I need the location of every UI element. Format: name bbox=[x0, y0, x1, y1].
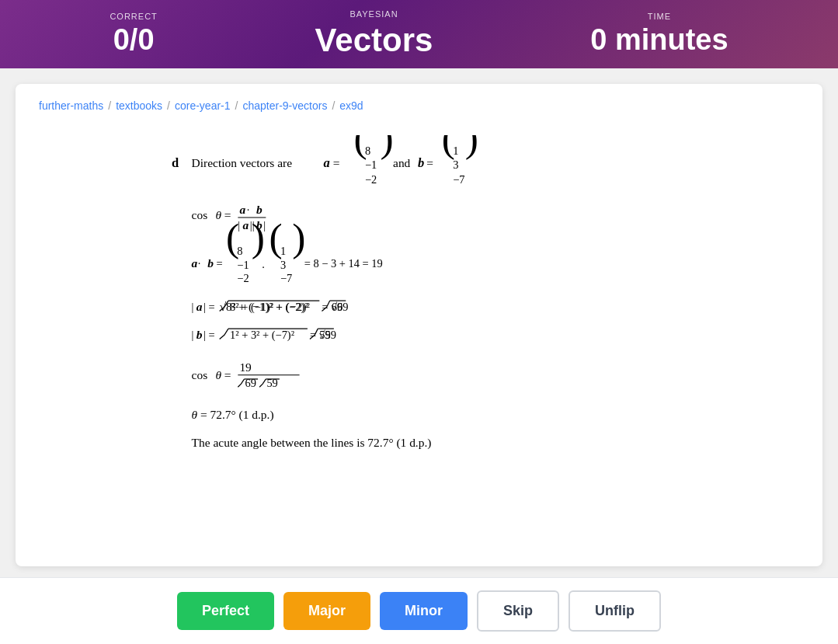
correct-value: 0/0 bbox=[110, 24, 157, 57]
breadcrumb-textbooks[interactable]: textbooks bbox=[116, 99, 162, 112]
breadcrumb-sep-3: / bbox=[235, 99, 238, 112]
action-bar: Perfect Major Minor Skip Unflip bbox=[0, 577, 838, 644]
breadcrumb-sep-2: / bbox=[167, 99, 170, 112]
correct-label: CORRECT bbox=[110, 12, 157, 21]
svg-text:−2: −2 bbox=[365, 173, 377, 186]
svg-text:a: a bbox=[323, 155, 329, 170]
minor-button[interactable]: Minor bbox=[380, 592, 468, 630]
svg-text:8: 8 bbox=[237, 245, 242, 257]
svg-text:): ) bbox=[251, 215, 264, 259]
svg-text:d: d bbox=[171, 155, 178, 170]
svg-text:): ) bbox=[292, 215, 305, 259]
svg-text:59: 59 bbox=[319, 329, 330, 341]
svg-text:69: 69 bbox=[331, 301, 342, 313]
svg-text:3: 3 bbox=[453, 158, 458, 171]
svg-text:8: 8 bbox=[365, 144, 370, 157]
svg-text:69: 69 bbox=[245, 377, 256, 389]
main-content: further-maths / textbooks / core-year-1 … bbox=[0, 68, 838, 644]
svg-text:θ: θ bbox=[215, 368, 221, 381]
svg-text:| =: | = bbox=[203, 301, 215, 313]
svg-text:−1: −1 bbox=[237, 259, 249, 271]
breadcrumb-ex9d[interactable]: ex9d bbox=[339, 99, 363, 112]
svg-text:−7: −7 bbox=[453, 173, 464, 186]
svg-text:): ) bbox=[380, 135, 393, 160]
question-card: further-maths / textbooks / core-year-1 … bbox=[16, 84, 822, 566]
svg-text:3: 3 bbox=[280, 259, 285, 271]
title-section: BAYESIAN Vectors bbox=[315, 9, 433, 59]
time-label: TIME bbox=[590, 12, 728, 21]
svg-text:·: · bbox=[262, 261, 265, 273]
svg-text:1: 1 bbox=[453, 144, 458, 157]
svg-text:19: 19 bbox=[239, 360, 252, 374]
svg-text:a: a bbox=[196, 300, 202, 313]
math-content-area: d Direction vectors are a = ( 8 −1 −2 ) … bbox=[39, 127, 799, 514]
svg-text:·: · bbox=[246, 204, 249, 216]
svg-text:θ: θ bbox=[191, 408, 197, 421]
breadcrumb: further-maths / textbooks / core-year-1 … bbox=[39, 99, 799, 112]
svg-text:8² + (−1)² + (−2)²: 8² + (−1)² + (−2)² bbox=[230, 301, 308, 314]
svg-text:=: = bbox=[224, 368, 231, 381]
major-button[interactable]: Major bbox=[283, 592, 370, 630]
svg-text:cos: cos bbox=[191, 368, 207, 381]
math-svg: d Direction vectors are a = ( 8 −1 −2 ) … bbox=[148, 135, 691, 503]
svg-text:·: · bbox=[197, 257, 200, 270]
svg-text:| =: | = bbox=[203, 329, 215, 341]
time-section: TIME 0 minutes bbox=[590, 12, 728, 57]
perfect-button[interactable]: Perfect bbox=[177, 592, 274, 630]
bayesian-label: BAYESIAN bbox=[315, 9, 433, 19]
svg-text:b: b bbox=[256, 203, 263, 216]
breadcrumb-further-maths[interactable]: further-maths bbox=[39, 99, 103, 112]
header: CORRECT 0/0 BAYESIAN Vectors TIME 0 minu… bbox=[0, 0, 838, 68]
svg-text:a: a bbox=[191, 256, 197, 270]
breadcrumb-sep-1: / bbox=[108, 99, 111, 112]
svg-text:1² + 3² + (−7)²: 1² + 3² + (−7)² bbox=[230, 329, 294, 342]
unflip-button[interactable]: Unflip bbox=[569, 590, 661, 632]
svg-text:−2: −2 bbox=[237, 272, 249, 284]
svg-text:= 8 − 3 + 14 = 19: = 8 − 3 + 14 = 19 bbox=[304, 257, 382, 270]
breadcrumb-chapter-9-vectors[interactable]: chapter-9-vectors bbox=[242, 99, 327, 112]
breadcrumb-sep-4: / bbox=[332, 99, 335, 112]
svg-text:a: a bbox=[239, 203, 245, 216]
svg-text:cos: cos bbox=[191, 208, 207, 221]
svg-text:=: = bbox=[426, 156, 433, 169]
svg-text:a: a bbox=[242, 218, 249, 231]
svg-text:=: = bbox=[332, 156, 339, 169]
svg-text:): ) bbox=[464, 135, 478, 160]
svg-text:=: = bbox=[216, 257, 222, 270]
svg-text:b: b bbox=[417, 155, 423, 170]
svg-text:−7: −7 bbox=[280, 272, 291, 284]
svg-text:Direction vectors are: Direction vectors are bbox=[191, 156, 292, 169]
svg-text:b: b bbox=[196, 328, 202, 341]
svg-text:The acute angle between the li: The acute angle between the lines is 72.… bbox=[191, 436, 431, 450]
svg-text:= 72.7°  (1 d.p.): = 72.7° (1 d.p.) bbox=[200, 408, 273, 422]
svg-text:|: | bbox=[191, 301, 193, 313]
title-value: Vectors bbox=[315, 22, 433, 59]
time-value: 0 minutes bbox=[590, 24, 728, 57]
svg-text:and: and bbox=[393, 156, 411, 169]
svg-text:−1: −1 bbox=[365, 158, 377, 171]
svg-text:|: | bbox=[191, 329, 193, 341]
skip-button[interactable]: Skip bbox=[477, 590, 559, 632]
svg-text:59: 59 bbox=[266, 377, 277, 389]
svg-text:b: b bbox=[207, 256, 214, 270]
correct-section: CORRECT 0/0 bbox=[110, 12, 157, 57]
breadcrumb-core-year-1[interactable]: core-year-1 bbox=[175, 99, 231, 112]
svg-text:θ: θ bbox=[215, 208, 221, 221]
svg-text:1: 1 bbox=[280, 245, 285, 257]
